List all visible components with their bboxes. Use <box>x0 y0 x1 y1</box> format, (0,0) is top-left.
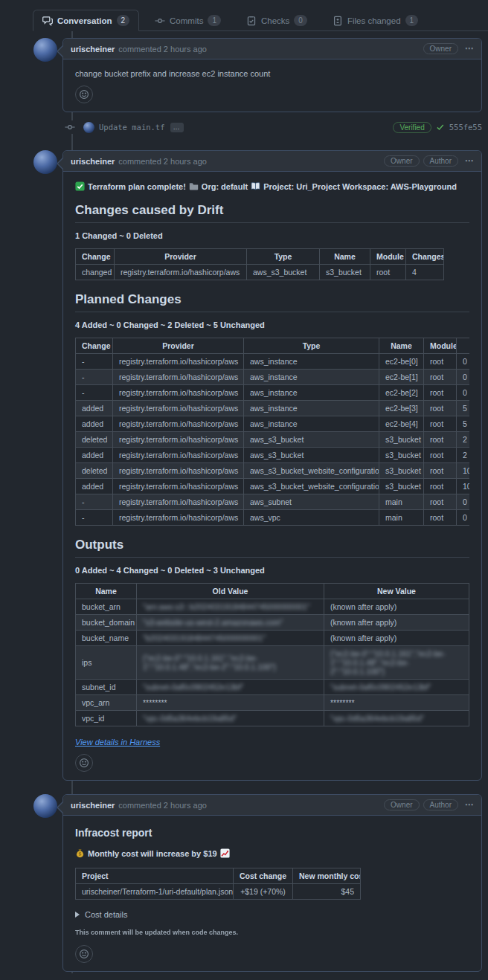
cell-value: deleted <box>82 435 107 444</box>
cost-increase-text: Monthly cost will increase by $19 <box>88 849 217 858</box>
cell-value: root <box>430 357 443 366</box>
commit-sha-link[interactable]: 555fe55 <box>449 123 482 132</box>
cost-details-toggle[interactable]: Cost details <box>75 910 469 919</box>
commit-message-link[interactable]: Update main.tf <box>99 123 165 132</box>
cell-value: root <box>430 419 443 428</box>
cell-value: aws_s3_bucket <box>250 435 304 444</box>
cell-value: ******** <box>143 698 167 707</box>
cell-value: aws_instance <box>250 404 298 413</box>
timestamp: commented 2 hours ago <box>118 157 207 166</box>
cell-value: 2 <box>463 435 467 444</box>
cell-value: bucket_name <box>82 634 129 642</box>
cell-value: main <box>385 513 402 522</box>
cell-value: s3_bucket <box>385 466 421 475</box>
column-header: Changes <box>406 249 444 265</box>
cell-value: 5 <box>463 419 467 428</box>
tab-commits[interactable]: Commits 1 <box>145 10 231 31</box>
cell-value: aws_s3_bucket_website_configuration <box>250 482 379 491</box>
column-header: Module <box>424 338 457 354</box>
table-row: addedregistry.terraform.io/hashicorp/aws… <box>76 416 470 432</box>
cell-value: added <box>82 451 103 460</box>
cell-value: root <box>430 466 443 475</box>
cell-value: root <box>430 497 443 506</box>
cell-value: 0 <box>463 373 467 381</box>
verified-badge[interactable]: Verified <box>393 122 431 133</box>
avatar[interactable] <box>33 794 57 818</box>
cell-value: 10 <box>463 466 469 475</box>
table-row: addedregistry.terraform.io/hashicorp/aws… <box>76 448 470 463</box>
cell-value: root <box>430 435 443 444</box>
avatar[interactable] <box>33 150 57 174</box>
cell-value: changed <box>82 268 112 277</box>
column-header: New monthly cost <box>293 868 361 884</box>
cell-value: registry.terraform.io/hashicorp/aws <box>119 482 238 491</box>
cell-value: bucket_domain <box>82 618 135 627</box>
update-footnote: This comment will be updated when code c… <box>75 929 469 936</box>
table-row: urischeiner/Terraform-1/uri-default/plan… <box>76 884 361 900</box>
file-diff-icon <box>333 16 343 26</box>
reaction-button[interactable] <box>75 86 93 103</box>
cell-value: s3_bucket <box>326 268 362 277</box>
kebab-menu-button[interactable]: ⋯ <box>465 156 474 166</box>
cell-value: "subnet-0af0c0902452e13bf" <box>330 683 431 692</box>
commit-expander-button[interactable]: … <box>170 123 184 132</box>
table-row: bucket_arn"arn:aws:s3:::b202403191848447… <box>76 599 469 615</box>
view-details-link[interactable]: View details in Harness <box>75 738 160 747</box>
cell-value: "vpc-0d5a364ebcb19a85d" <box>143 714 237 723</box>
cell-value: 0 <box>463 513 467 522</box>
pr-tab-bar: Conversation 2 Commits 1 Checks 0 <box>33 0 488 31</box>
cell-value: main <box>385 497 402 506</box>
tab-conversation[interactable]: Conversation 2 <box>33 10 139 31</box>
money-bag-emoji-icon <box>75 848 85 858</box>
column-header: Project <box>76 868 234 884</box>
commit-avatar[interactable] <box>83 122 94 133</box>
comment: urischeiner commented 2 hours ago Owner … <box>62 794 482 972</box>
cell-value: registry.terraform.io/hashicorp/aws <box>119 404 238 413</box>
cost-details-label: Cost details <box>85 910 127 919</box>
table-row: -registry.terraform.io/hashicorp/awsaws_… <box>76 370 470 385</box>
cell-value: aws_s3_bucket <box>250 451 304 460</box>
planned-changes-summary: 4 Added ~ 0 Changed ~ 2 Deleted ~ 5 Unch… <box>75 320 469 329</box>
cell-value: (known after apply) <box>330 634 396 642</box>
cell-value: 10 <box>463 482 469 491</box>
author-link[interactable]: urischeiner <box>71 157 115 166</box>
author-link[interactable]: urischeiner <box>71 801 115 810</box>
cell-value: root <box>430 482 443 491</box>
drift-summary: 1 Changed ~ 0 Deleted <box>75 231 469 240</box>
timestamp: commented 2 hours ago <box>118 801 207 810</box>
checklist-icon <box>246 16 257 26</box>
cell-value: aws_subnet <box>250 497 292 506</box>
tab-files-changed[interactable]: Files changed 1 <box>323 10 428 31</box>
cell-value: s3_bucket <box>385 482 421 491</box>
table-row: bucket_name"b20240319184844745000000001"… <box>76 631 469 646</box>
reaction-button[interactable] <box>75 754 93 772</box>
cell-value: root <box>430 513 443 522</box>
cell-value: 0 <box>463 497 467 506</box>
kebab-menu-button[interactable]: ⋯ <box>465 800 474 810</box>
project-workspace-text: Project: Uri_Project Workspace: AWS-Play… <box>263 182 457 191</box>
cell-value: "vpc-0d5a364ebcb19a85d" <box>330 714 424 723</box>
outputs-heading: Outputs <box>75 538 469 558</box>
tab-count-badge: 1 <box>405 15 419 26</box>
drift-heading: Changes caused by Drift <box>75 203 469 223</box>
cell-value: $45 <box>341 887 354 896</box>
cell-value: deleted <box>82 466 107 475</box>
reaction-button[interactable] <box>75 945 93 963</box>
tab-checks[interactable]: Checks 0 <box>237 10 317 31</box>
tab-label: Checks <box>261 16 289 25</box>
cell-value: registry.terraform.io/hashicorp/aws <box>119 419 238 428</box>
author-link[interactable]: urischeiner <box>71 45 115 54</box>
table-row: deletedregistry.terraform.io/hashicorp/a… <box>76 432 470 448</box>
comment-discussion-icon <box>42 16 53 26</box>
cell-value: vpc_id <box>82 714 104 723</box>
tab-count-badge: 1 <box>208 15 221 26</box>
org-text: Org: default <box>202 182 248 191</box>
table-row: deletedregistry.terraform.io/hashicorp/a… <box>76 463 470 479</box>
avatar[interactable] <box>33 38 57 62</box>
kebab-menu-button[interactable]: ⋯ <box>465 44 474 54</box>
cell-value: root <box>430 388 443 397</box>
cell-value: root <box>430 373 443 381</box>
cell-value: {"ec2-be-0":"10.0.1.161","ec2-be-1":"10.… <box>330 649 446 676</box>
column-header: Change <box>76 338 113 354</box>
cell-value: 2 <box>463 451 467 460</box>
